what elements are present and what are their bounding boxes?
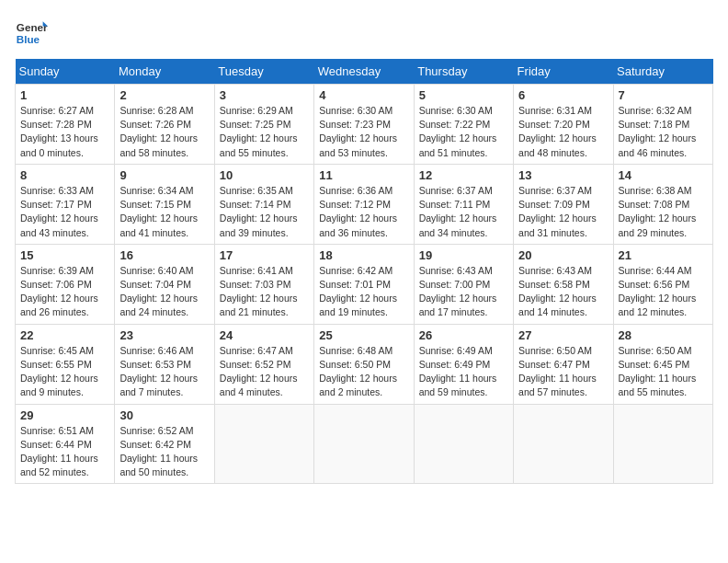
day-number: 5 xyxy=(419,88,508,102)
calendar-cell xyxy=(514,404,613,484)
weekday-header: Monday xyxy=(115,59,214,85)
calendar-cell: 21Sunrise: 6:44 AMSunset: 6:56 PMDayligh… xyxy=(613,244,712,324)
calendar-cell: 11Sunrise: 6:36 AMSunset: 7:12 PMDayligh… xyxy=(314,164,414,244)
day-number: 15 xyxy=(20,248,109,262)
calendar-cell: 28Sunrise: 6:50 AMSunset: 6:45 PMDayligh… xyxy=(613,324,712,404)
day-number: 29 xyxy=(20,408,109,422)
day-number: 20 xyxy=(518,248,608,262)
day-number: 18 xyxy=(319,248,408,262)
calendar-cell: 25Sunrise: 6:48 AMSunset: 6:50 PMDayligh… xyxy=(314,324,414,404)
calendar-cell: 13Sunrise: 6:37 AMSunset: 7:09 PMDayligh… xyxy=(514,164,613,244)
day-info: Sunrise: 6:30 AMSunset: 7:22 PMDaylight:… xyxy=(419,104,508,160)
day-number: 12 xyxy=(419,168,508,182)
day-info: Sunrise: 6:37 AMSunset: 7:09 PMDaylight:… xyxy=(518,184,608,240)
day-info: Sunrise: 6:49 AMSunset: 6:49 PMDaylight:… xyxy=(419,344,508,400)
day-info: Sunrise: 6:30 AMSunset: 7:23 PMDaylight:… xyxy=(319,104,408,160)
day-number: 1 xyxy=(20,88,109,102)
svg-text:Blue: Blue xyxy=(17,33,40,45)
day-info: Sunrise: 6:31 AMSunset: 7:20 PMDaylight:… xyxy=(518,104,608,160)
weekday-header: Friday xyxy=(514,59,613,85)
day-number: 28 xyxy=(619,328,708,342)
day-info: Sunrise: 6:28 AMSunset: 7:26 PMDaylight:… xyxy=(119,104,209,160)
calendar-cell: 2Sunrise: 6:28 AMSunset: 7:26 PMDaylight… xyxy=(115,85,214,165)
calendar-cell: 17Sunrise: 6:41 AMSunset: 7:03 PMDayligh… xyxy=(214,244,313,324)
calendar-week-row: 8Sunrise: 6:33 AMSunset: 7:17 PMDaylight… xyxy=(16,164,713,244)
calendar-cell: 16Sunrise: 6:40 AMSunset: 7:04 PMDayligh… xyxy=(115,244,214,324)
day-info: Sunrise: 6:42 AMSunset: 7:01 PMDaylight:… xyxy=(319,264,408,320)
calendar-week-row: 15Sunrise: 6:39 AMSunset: 7:06 PMDayligh… xyxy=(16,244,713,324)
day-number: 27 xyxy=(518,328,608,342)
day-info: Sunrise: 6:38 AMSunset: 7:08 PMDaylight:… xyxy=(619,184,708,240)
calendar-cell xyxy=(214,404,313,484)
day-info: Sunrise: 6:43 AMSunset: 6:58 PMDaylight:… xyxy=(518,264,608,320)
day-number: 4 xyxy=(319,88,408,102)
day-number: 14 xyxy=(619,168,708,182)
calendar-cell: 15Sunrise: 6:39 AMSunset: 7:06 PMDayligh… xyxy=(16,244,115,324)
day-number: 6 xyxy=(518,88,608,102)
calendar-cell: 20Sunrise: 6:43 AMSunset: 6:58 PMDayligh… xyxy=(514,244,613,324)
calendar-cell: 18Sunrise: 6:42 AMSunset: 7:01 PMDayligh… xyxy=(314,244,414,324)
calendar-cell: 3Sunrise: 6:29 AMSunset: 7:25 PMDaylight… xyxy=(214,85,313,165)
day-number: 3 xyxy=(220,88,309,102)
day-number: 30 xyxy=(119,408,209,422)
calendar-cell: 7Sunrise: 6:32 AMSunset: 7:18 PMDaylight… xyxy=(613,85,712,165)
weekday-header: Sunday xyxy=(16,59,115,85)
calendar-cell: 19Sunrise: 6:43 AMSunset: 7:00 PMDayligh… xyxy=(414,244,513,324)
day-info: Sunrise: 6:48 AMSunset: 6:50 PMDaylight:… xyxy=(319,344,408,400)
day-number: 21 xyxy=(619,248,708,262)
calendar-cell: 27Sunrise: 6:50 AMSunset: 6:47 PMDayligh… xyxy=(514,324,613,404)
day-info: Sunrise: 6:32 AMSunset: 7:18 PMDaylight:… xyxy=(619,104,708,160)
calendar-cell: 29Sunrise: 6:51 AMSunset: 6:44 PMDayligh… xyxy=(16,404,115,484)
day-number: 22 xyxy=(20,328,109,342)
calendar-week-row: 1Sunrise: 6:27 AMSunset: 7:28 PMDaylight… xyxy=(16,85,713,165)
page-header: General Blue xyxy=(15,15,713,48)
day-number: 2 xyxy=(119,88,209,102)
logo-icon: General Blue xyxy=(15,15,48,48)
day-info: Sunrise: 6:35 AMSunset: 7:14 PMDaylight:… xyxy=(220,184,309,240)
day-info: Sunrise: 6:39 AMSunset: 7:06 PMDaylight:… xyxy=(20,264,109,320)
day-info: Sunrise: 6:51 AMSunset: 6:44 PMDaylight:… xyxy=(20,424,109,480)
day-number: 24 xyxy=(220,328,309,342)
weekday-header: Tuesday xyxy=(214,59,313,85)
calendar-cell xyxy=(613,404,712,484)
day-number: 25 xyxy=(319,328,408,342)
calendar-cell xyxy=(314,404,414,484)
calendar-cell: 6Sunrise: 6:31 AMSunset: 7:20 PMDaylight… xyxy=(514,85,613,165)
day-info: Sunrise: 6:52 AMSunset: 6:42 PMDaylight:… xyxy=(119,424,209,480)
day-number: 8 xyxy=(20,168,109,182)
day-info: Sunrise: 6:29 AMSunset: 7:25 PMDaylight:… xyxy=(220,104,309,160)
day-number: 13 xyxy=(518,168,608,182)
header-row: SundayMondayTuesdayWednesdayThursdayFrid… xyxy=(16,59,713,85)
weekday-header: Saturday xyxy=(613,59,712,85)
day-info: Sunrise: 6:41 AMSunset: 7:03 PMDaylight:… xyxy=(220,264,309,320)
calendar-cell: 22Sunrise: 6:45 AMSunset: 6:55 PMDayligh… xyxy=(16,324,115,404)
day-number: 11 xyxy=(319,168,408,182)
day-info: Sunrise: 6:36 AMSunset: 7:12 PMDaylight:… xyxy=(319,184,408,240)
calendar-cell: 23Sunrise: 6:46 AMSunset: 6:53 PMDayligh… xyxy=(115,324,214,404)
weekday-header: Thursday xyxy=(414,59,513,85)
calendar-cell: 26Sunrise: 6:49 AMSunset: 6:49 PMDayligh… xyxy=(414,324,513,404)
calendar-cell: 1Sunrise: 6:27 AMSunset: 7:28 PMDaylight… xyxy=(16,85,115,165)
calendar-cell: 12Sunrise: 6:37 AMSunset: 7:11 PMDayligh… xyxy=(414,164,513,244)
calendar-cell: 4Sunrise: 6:30 AMSunset: 7:23 PMDaylight… xyxy=(314,85,414,165)
calendar-week-row: 29Sunrise: 6:51 AMSunset: 6:44 PMDayligh… xyxy=(16,404,713,484)
day-number: 16 xyxy=(119,248,209,262)
day-info: Sunrise: 6:43 AMSunset: 7:00 PMDaylight:… xyxy=(419,264,508,320)
day-info: Sunrise: 6:33 AMSunset: 7:17 PMDaylight:… xyxy=(20,184,109,240)
weekday-header: Wednesday xyxy=(314,59,414,85)
day-info: Sunrise: 6:47 AMSunset: 6:52 PMDaylight:… xyxy=(220,344,309,400)
calendar-cell: 10Sunrise: 6:35 AMSunset: 7:14 PMDayligh… xyxy=(214,164,313,244)
day-number: 23 xyxy=(119,328,209,342)
day-info: Sunrise: 6:37 AMSunset: 7:11 PMDaylight:… xyxy=(419,184,508,240)
calendar-week-row: 22Sunrise: 6:45 AMSunset: 6:55 PMDayligh… xyxy=(16,324,713,404)
day-info: Sunrise: 6:50 AMSunset: 6:47 PMDaylight:… xyxy=(518,344,608,400)
day-info: Sunrise: 6:34 AMSunset: 7:15 PMDaylight:… xyxy=(119,184,209,240)
day-number: 19 xyxy=(419,248,508,262)
day-info: Sunrise: 6:27 AMSunset: 7:28 PMDaylight:… xyxy=(20,104,109,160)
day-info: Sunrise: 6:44 AMSunset: 6:56 PMDaylight:… xyxy=(619,264,708,320)
day-info: Sunrise: 6:46 AMSunset: 6:53 PMDaylight:… xyxy=(119,344,209,400)
calendar-cell xyxy=(414,404,513,484)
day-info: Sunrise: 6:50 AMSunset: 6:45 PMDaylight:… xyxy=(619,344,708,400)
day-number: 10 xyxy=(220,168,309,182)
calendar-cell: 9Sunrise: 6:34 AMSunset: 7:15 PMDaylight… xyxy=(115,164,214,244)
